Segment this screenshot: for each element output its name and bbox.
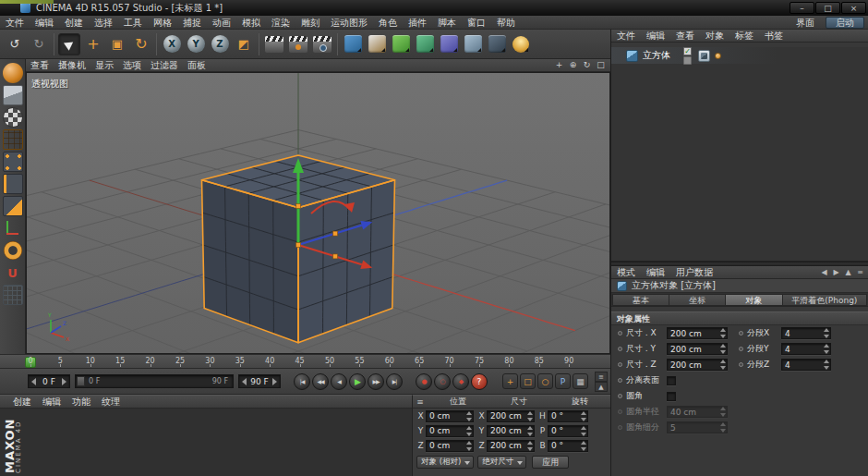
add-sky-icon[interactable]: [438, 33, 460, 55]
panel-menu-icon[interactable]: ≡: [854, 267, 866, 278]
menu-item-14[interactable]: 脚本: [432, 16, 462, 30]
menu-item-9[interactable]: 渲染: [266, 16, 295, 30]
lock-z-axis-icon[interactable]: Z: [209, 33, 231, 55]
viewport-menu-2[interactable]: 显示: [90, 58, 118, 72]
add-spline-icon[interactable]: [366, 33, 388, 55]
menu-item-6[interactable]: 捕捉: [177, 16, 207, 30]
menu-item-16[interactable]: 帮助: [491, 16, 521, 30]
size-x-field[interactable]: 200 cm: [487, 410, 535, 422]
anim-dot-icon[interactable]: [618, 394, 622, 398]
segments-x-field[interactable]: 4: [781, 327, 831, 339]
segments-y-field[interactable]: 4: [781, 343, 831, 355]
keyframe-selection-button[interactable]: ◆: [452, 373, 469, 390]
close-button[interactable]: ×: [841, 2, 866, 14]
rotation-h-field[interactable]: 0 °: [548, 410, 588, 422]
live-selection-icon[interactable]: [58, 33, 80, 55]
render-settings-icon[interactable]: [311, 33, 333, 55]
rotation-p-field[interactable]: 0 °: [548, 425, 588, 437]
current-frame-field[interactable]: 0 F: [28, 374, 70, 388]
render-picture-viewer-icon[interactable]: [287, 33, 309, 55]
size-z-field[interactable]: 200 cm: [487, 440, 535, 452]
record-scale-toggle[interactable]: □: [520, 373, 536, 389]
viewport-menu-3[interactable]: 选项: [118, 58, 146, 72]
menu-item-0[interactable]: 文件: [0, 16, 30, 30]
segments-z-field-spinner[interactable]: [823, 360, 829, 370]
object-name[interactable]: 立方体: [643, 49, 670, 62]
undo-icon[interactable]: ↺: [4, 33, 26, 55]
lock-y-axis-icon[interactable]: Y: [185, 33, 207, 55]
segments-x-field-spinner[interactable]: [823, 328, 829, 338]
menu-item-12[interactable]: 角色: [373, 16, 403, 30]
size-x-field-spinner[interactable]: [719, 328, 726, 338]
viewport-menu-5[interactable]: 面板: [183, 58, 211, 72]
menu-item-13[interactable]: 插件: [403, 16, 432, 30]
tab-1[interactable]: 坐标: [669, 294, 725, 306]
coord-column-2[interactable]: 旋转: [549, 396, 610, 408]
add-light-icon[interactable]: [510, 33, 532, 55]
size-z-field-spinner[interactable]: [526, 441, 533, 451]
scale-tool-icon[interactable]: ▣: [106, 33, 128, 55]
section-header[interactable]: 对象属性: [611, 311, 868, 325]
viewport-label[interactable]: 透视视图: [31, 78, 68, 91]
tab-2[interactable]: 对象: [725, 294, 781, 306]
viewport-menu-0[interactable]: 查看: [26, 58, 54, 72]
menu-item-8[interactable]: 模拟: [236, 16, 266, 30]
viewport-scene[interactable]: YXZ: [27, 73, 609, 353]
menu-item-1[interactable]: 编辑: [30, 16, 59, 30]
separate-surfaces-checkbox[interactable]: [667, 376, 676, 385]
anim-dot-icon[interactable]: [739, 362, 743, 367]
record-keyframe-button[interactable]: ●: [416, 373, 432, 390]
play-button[interactable]: ▶: [349, 373, 366, 390]
minimize-button[interactable]: –: [790, 2, 814, 14]
anim-dot-icon[interactable]: [618, 331, 622, 336]
om-menu-4[interactable]: 标签: [729, 29, 759, 43]
redo-icon[interactable]: ↻: [28, 33, 50, 55]
position-x-field[interactable]: 0 cm: [426, 410, 474, 422]
next-frame-button[interactable]: ▶▶: [368, 373, 384, 390]
coord-column-1[interactable]: 尺寸: [488, 396, 549, 408]
attr-menu-2[interactable]: 用户数据: [670, 265, 718, 279]
object-row-cube[interactable]: 立方体 ✓: [611, 47, 868, 64]
viewport-solo-icon[interactable]: [3, 240, 23, 261]
size-y-field-spinner[interactable]: [526, 426, 533, 436]
position-z-field[interactable]: 0 cm: [426, 440, 474, 452]
rotate-view-icon[interactable]: ↻: [580, 59, 594, 71]
burger-icon[interactable]: ≡: [413, 397, 428, 407]
rotation-b-field-spinner[interactable]: [580, 441, 586, 451]
autokeying-button[interactable]: ○: [434, 373, 451, 390]
anim-dot-icon[interactable]: [618, 362, 622, 367]
goto-start-button[interactable]: |◀: [294, 373, 310, 390]
help-button[interactable]: ?: [471, 373, 488, 390]
points-mode-icon[interactable]: [3, 152, 23, 172]
menu-item-10[interactable]: 雕刻: [295, 16, 325, 30]
add-floor-icon[interactable]: [462, 33, 484, 55]
back-icon[interactable]: ◀: [818, 267, 830, 278]
timeline-ruler[interactable]: 051015202530354045505560657075808590: [0, 354, 610, 369]
menu-item-5[interactable]: 网格: [148, 16, 177, 30]
editor-visible-icon[interactable]: ✓: [683, 47, 692, 55]
attr-menu-1[interactable]: 编辑: [641, 265, 670, 279]
make-editable-icon[interactable]: [3, 63, 23, 83]
zoom-view-icon[interactable]: ⊕: [566, 59, 580, 71]
size-y-field-spinner[interactable]: [719, 344, 726, 354]
coord-column-0[interactable]: 位置: [428, 396, 488, 408]
lock-workplane-icon[interactable]: [3, 285, 23, 305]
size-x-field-spinner[interactable]: [526, 411, 533, 421]
object-manager[interactable]: 立方体 ✓: [611, 47, 868, 262]
apply-button[interactable]: 应用: [532, 456, 569, 469]
maximize-button[interactable]: □: [815, 2, 840, 14]
tab-0[interactable]: 基本: [612, 294, 669, 306]
size-z-field[interactable]: 200 cm: [667, 359, 728, 371]
move-tool-icon[interactable]: +: [82, 33, 104, 55]
position-y-field-spinner[interactable]: [465, 426, 472, 436]
rotate-tool-icon[interactable]: ↻: [130, 33, 152, 55]
position-mode-dropdown[interactable]: 对象 (相对): [416, 456, 474, 469]
position-z-field-spinner[interactable]: [465, 441, 472, 451]
cube-object-icon[interactable]: [626, 50, 638, 62]
viewport-canvas[interactable]: YXZ: [26, 72, 610, 354]
segments-y-field-spinner[interactable]: [823, 344, 829, 354]
edges-mode-icon[interactable]: [3, 174, 23, 194]
viewport-menu-1[interactable]: 摄像机: [54, 58, 90, 72]
end-step-right-icon[interactable]: [272, 378, 277, 385]
pan-view-icon[interactable]: +: [552, 59, 566, 71]
